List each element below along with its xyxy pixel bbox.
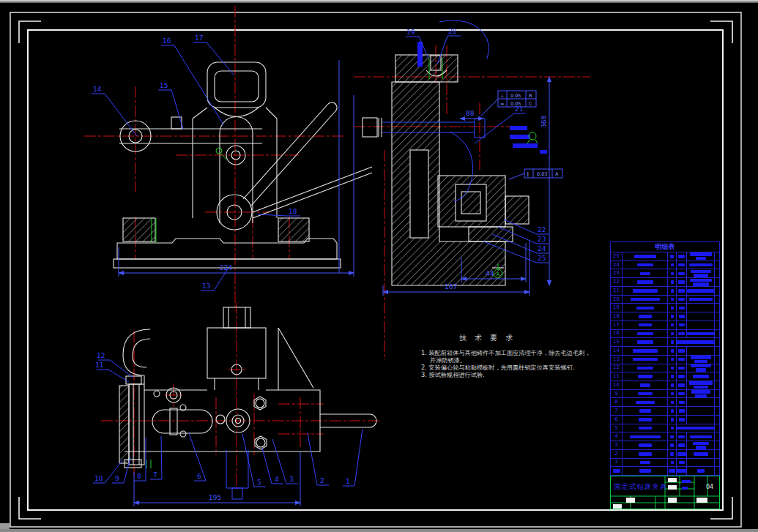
dim-368-text: 368	[540, 116, 548, 128]
tol1-datum: B	[529, 93, 532, 99]
balloon-19: 19	[406, 29, 415, 36]
front-view: 16 17 14 15 18 13 224	[84, 6, 372, 311]
dim-44-text: 44	[486, 270, 494, 277]
top-view: 10 9 8 7 6 5 4 3 2 1 11 12 195	[93, 302, 381, 506]
balloon-25: 25	[538, 255, 546, 262]
balloon-11: 11	[95, 361, 103, 369]
parts-row-20: 20	[611, 296, 719, 304]
top-section-symbol	[226, 450, 248, 499]
title-block-text-blur	[682, 487, 688, 490]
balloon-23: 23	[538, 236, 546, 243]
dim-224-text: 224	[220, 264, 232, 271]
title-block-text-blur	[682, 480, 691, 483]
parts-list-rows: 2524232221201918171615141312111098765432…	[611, 252, 719, 475]
balloon-17: 17	[195, 34, 203, 42]
datum-a-label: A	[497, 271, 500, 277]
top-geometry	[119, 307, 376, 468]
title-block[interactable]: 固定式钻床夹具 04	[610, 476, 720, 509]
tech-req-line-3: 3. 按试验规程进行试验.	[421, 371, 617, 378]
balloon-12: 12	[97, 352, 105, 359]
tolerance-frame-parallel: ∥ 0.03 A	[509, 169, 562, 179]
tech-req-line-1b: 并涂防锈漆。	[421, 356, 617, 364]
side-view: A ⊥ 0.05 B = 0.05 C	[354, 20, 590, 360]
parts-row-2: 2	[611, 450, 719, 459]
parts-row-4: 4	[611, 432, 719, 441]
parts-list-title: 明细表	[611, 242, 719, 252]
parts-row-18: 18	[611, 312, 719, 321]
parts-row-21: 21	[611, 287, 719, 296]
parts-row-25: 25	[611, 252, 719, 261]
corner-mark-bottom-left	[19, 497, 41, 519]
front-geometry	[114, 62, 372, 268]
parts-row-22: 22	[611, 278, 719, 287]
balloon-7: 7	[153, 471, 157, 479]
balloon-1: 1	[346, 478, 350, 485]
balloon-14: 14	[93, 86, 102, 93]
title-block-cell-highlight	[626, 498, 635, 503]
title-block-cell-highlight	[696, 498, 707, 503]
tol3-datum: A	[555, 171, 559, 177]
balloon-9: 9	[115, 475, 119, 482]
title-block-cell-highlight	[668, 478, 677, 482]
corner-mark-top-left	[19, 21, 41, 43]
parts-row-9: 9	[611, 390, 719, 399]
tolerance-frame-upper: ⊥ 0.05 B = 0.05 C	[481, 91, 536, 116]
parts-row-6: 6	[611, 416, 719, 424]
balloon-21: 21	[515, 105, 523, 113]
balloon-10: 10	[94, 475, 103, 482]
parts-row-12: 12	[611, 364, 719, 373]
parts-row-19: 19	[611, 304, 719, 312]
dim-167-text: 167	[445, 283, 457, 291]
front-balloons: 16 17 14 15 18 13	[92, 34, 300, 291]
tech-req-title: 技 术 要 求	[459, 333, 617, 343]
dim-195-text: 195	[209, 494, 221, 501]
parts-row-10: 10	[611, 381, 719, 390]
balloon-8: 8	[137, 473, 141, 480]
balloon-3: 3	[289, 476, 294, 483]
title-block-cell-highlight	[613, 504, 622, 509]
parts-row-15: 15	[611, 338, 719, 347]
parts-row-3: 3	[611, 441, 719, 450]
tol2-datum: C	[529, 101, 532, 107]
balloon-13: 13	[202, 282, 210, 290]
tech-req-line-1: 1. 装配前箱体与其他铸件不加工面应清理干净，除去毛边毛刺，	[421, 349, 617, 356]
tol3-value: 0.03	[537, 171, 547, 177]
drawing-title: 固定式钻床夹具	[614, 482, 668, 492]
title-block-cell-highlight	[668, 498, 677, 503]
balloon-24: 24	[538, 245, 546, 252]
technical-requirements: 技 术 要 求 1. 装配前箱体与其他铸件不加工面应清理干净，除去毛边毛刺， 并…	[421, 333, 617, 378]
tol1-symbol: ⊥	[500, 93, 505, 99]
parts-row-7: 7	[611, 407, 719, 416]
parts-list[interactable]: 明细表 252423222120191817161514131211109876…	[610, 241, 720, 476]
top-green-marks	[146, 460, 151, 468]
cad-application-window: 16 17 14 15 18 13 224	[0, 0, 758, 532]
tech-req-line-2: 2. 安装偏心轮与粘贴模板时，先用圆柱销定位再安装螺钉.	[421, 364, 617, 371]
parts-row-1: 1	[611, 459, 719, 468]
front-green-marks	[152, 148, 226, 243]
tol3-symbol: ∥	[527, 171, 529, 177]
parts-row-5: 5	[611, 424, 719, 433]
parts-row-16: 16	[611, 330, 719, 339]
parts-row-13: 13	[611, 356, 719, 364]
balloon-5: 5	[257, 479, 261, 486]
balloon-16: 16	[163, 37, 171, 45]
balloon-18: 18	[289, 208, 297, 215]
balloon-20: 20	[448, 28, 457, 35]
parts-row-14: 14	[611, 347, 719, 356]
parts-row-23: 23	[611, 269, 719, 278]
parts-row-8: 8	[611, 398, 719, 407]
tol2-symbol: =	[500, 101, 504, 107]
corner-mark-top-right	[710, 21, 732, 43]
parts-list-header-row	[611, 467, 719, 475]
balloon-22: 22	[538, 226, 546, 233]
parts-row-17: 17	[611, 321, 719, 330]
tol1-value: 0.05	[510, 93, 521, 99]
front-dim-224: 224	[119, 60, 354, 277]
balloon-2: 2	[320, 477, 324, 484]
side-geometry	[363, 55, 529, 285]
balloon-6: 6	[197, 473, 201, 480]
balloon-4: 4	[275, 476, 279, 483]
balloon-15: 15	[160, 82, 168, 89]
title-block-cell-highlight	[668, 485, 677, 490]
sheet-number: 04	[706, 484, 713, 490]
